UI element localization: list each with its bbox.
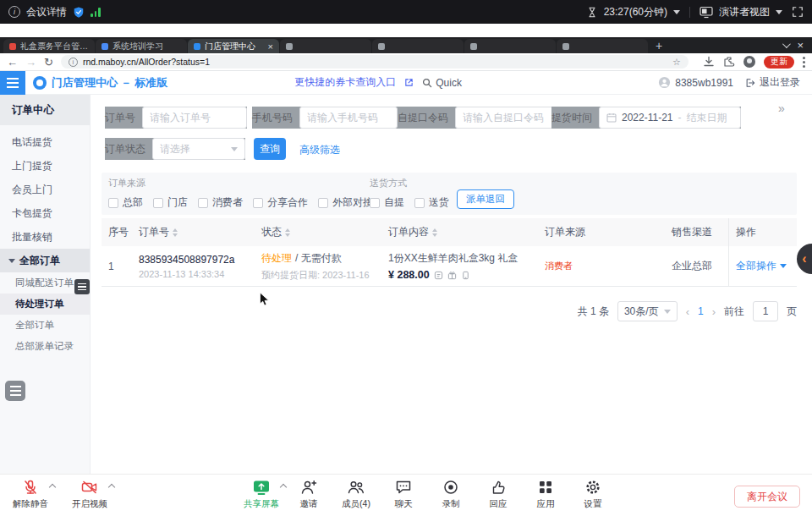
browser-profile-avatar[interactable] [743,56,755,68]
header-order-no[interactable]: 订单号 [132,218,255,246]
sidebar-item-card-pickup[interactable]: 卡包提货 [0,201,90,225]
delivery-checkbox-selfpickup[interactable]: 自提 [370,195,404,210]
search-button[interactable]: 查询 [254,138,286,160]
sort-icon[interactable] [432,228,437,237]
order-no-value[interactable]: 8385934508897972a [139,254,234,266]
checkbox-icon [414,198,425,208]
invite-button[interactable]: 邀请 [288,479,330,510]
advanced-filter-link[interactable]: 高级筛选 [299,143,340,157]
back-icon[interactable]: ← [7,57,18,68]
chrome-update-button[interactable]: 更新 [764,56,794,69]
chat-button[interactable]: 聊天 [382,479,425,510]
browser-tab-5[interactable] [372,39,464,53]
new-tab-button[interactable]: + [649,39,669,53]
account-menu[interactable]: 8385wb1991 [658,76,733,89]
sidebar-sub-hq-dispatch[interactable]: 总部派单记录 [0,336,90,357]
browser-tab-6[interactable] [464,39,556,53]
order-status-select[interactable]: 请选择 [152,138,245,160]
view-mode-label[interactable]: 演讲者视图 [719,5,770,19]
settings-button[interactable]: 设置 [572,479,614,510]
leave-meeting-button[interactable]: 离开会议 [734,486,800,508]
meeting-title[interactable]: 会议详情 [26,5,67,19]
start-video-button[interactable]: 开启视频 [69,479,111,510]
source-checkbox-external[interactable]: 外部对接 [318,195,373,210]
browser-tab-4[interactable] [280,39,371,53]
all-actions-dropdown[interactable]: 全部操作 [736,259,787,273]
browser-tab-1[interactable]: 礼盒票务平台管理中心 [3,39,95,53]
external-link-icon[interactable] [404,78,414,87]
floating-list-button[interactable] [74,279,90,294]
apps-button[interactable]: 应用 [524,479,567,510]
page-size-select[interactable]: 30条/页 [617,301,678,321]
sidebar-toggle-button[interactable] [0,71,25,95]
panel-collapse-icon[interactable]: » [778,102,785,115]
reload-icon[interactable]: ↻ [44,57,53,68]
calendar-icon [606,113,617,123]
logout-button[interactable]: 退出登录 [745,75,800,90]
meeting-info-icon[interactable]: i [8,6,20,18]
sidebar-item-batch-verify[interactable]: 批量核销 [0,225,90,249]
unmute-button[interactable]: 解除静音 [9,479,52,510]
order-device-icon[interactable] [461,271,470,280]
page-number-1[interactable]: 1 [698,305,704,317]
next-page-button[interactable]: › [712,305,716,318]
phone-input[interactable] [299,107,398,129]
sidebar-sub-pending-orders[interactable]: 待处理订单 [0,294,90,315]
address-bar[interactable]: i rnd.maboy.cn/AllOrder?status=1 ☆ [61,55,689,69]
browser-tab-3-active[interactable]: 门店管理中心 × [188,39,279,53]
browser-menu-icon[interactable] [803,57,805,68]
timer-caret-icon[interactable] [673,10,680,14]
header-content[interactable]: 订单内容 [381,218,538,246]
order-no-input[interactable] [142,107,247,129]
security-shield-icon[interactable] [73,6,85,19]
source-checkbox-share-coop[interactable]: 分享合作 [253,195,308,210]
record-button[interactable]: 录制 [430,479,472,510]
fullscreen-icon[interactable] [792,6,804,18]
site-logo-text: 门店管理中心 － 标准版 [52,75,167,91]
mic-options-caret-icon[interactable] [49,484,56,491]
date-range-picker[interactable]: 2022-11-21 - 结束日期 [599,107,741,129]
dispatch-return-button[interactable]: 派单退回 [457,189,514,209]
prev-page-button[interactable]: ‹ [686,305,689,318]
date-end-placeholder[interactable]: 结束日期 [687,111,727,125]
annotation-tool-button[interactable] [5,381,25,401]
bookmark-star-icon[interactable]: ☆ [672,57,681,68]
pickup-code-input[interactable] [455,107,558,129]
date-start-value[interactable]: 2022-11-21 [622,112,673,124]
goto-page-input[interactable] [753,301,778,321]
video-options-caret-icon[interactable] [108,484,115,491]
sidebar-group-all-orders[interactable]: 全部订单 [0,249,90,272]
extensions-puzzle-icon[interactable] [723,56,735,68]
sidebar-item-phone-pickup[interactable]: 电话提货 [0,130,90,154]
download-icon[interactable] [703,56,715,68]
coupon-query-entry-link[interactable]: 更快捷的券卡查询入口 [294,75,396,90]
share-screen-button[interactable]: 共享屏幕 [240,479,283,510]
sort-icon[interactable] [285,228,290,237]
browser-tab-2[interactable]: 系统培训学习 [96,39,187,53]
order-note-icon[interactable] [434,271,443,280]
view-mode-caret-icon[interactable] [776,10,782,14]
window-close-icon[interactable]: × [797,39,804,52]
header-status[interactable]: 状态 [255,218,381,246]
sidebar-sub-all-orders[interactable]: 全部订单 [0,315,90,336]
browser-tab-7[interactable] [557,39,648,53]
site-info-icon[interactable]: i [69,58,78,67]
sort-icon[interactable] [173,228,178,237]
reaction-button[interactable]: 回应 [477,479,519,510]
source-checkbox-consumer[interactable]: 消费者 [198,195,243,210]
delivery-checkbox-delivery[interactable]: 送货 [414,195,449,210]
pickup-code-label: 自提口令码 [398,111,448,125]
tab-search-chevron-icon[interactable] [782,40,791,48]
quick-search[interactable]: Quick [422,77,462,89]
members-button[interactable]: 成员(4) [335,479,377,510]
url-text[interactable]: rnd.maboy.cn/AllOrder?status=1 [83,57,210,67]
share-options-caret-icon[interactable] [280,484,287,491]
order-gift-icon[interactable] [447,271,457,280]
tab-close-icon[interactable]: × [268,41,273,52]
source-checkbox-store[interactable]: 门店 [153,195,188,210]
quick-label: Quick [436,77,462,89]
sidebar-item-door-pickup[interactable]: 上门提货 [0,154,90,178]
sidebar-item-member-visit[interactable]: 会员上门 [0,178,90,201]
record-label: 录制 [442,498,460,510]
source-checkbox-hq[interactable]: 总部 [108,195,143,210]
